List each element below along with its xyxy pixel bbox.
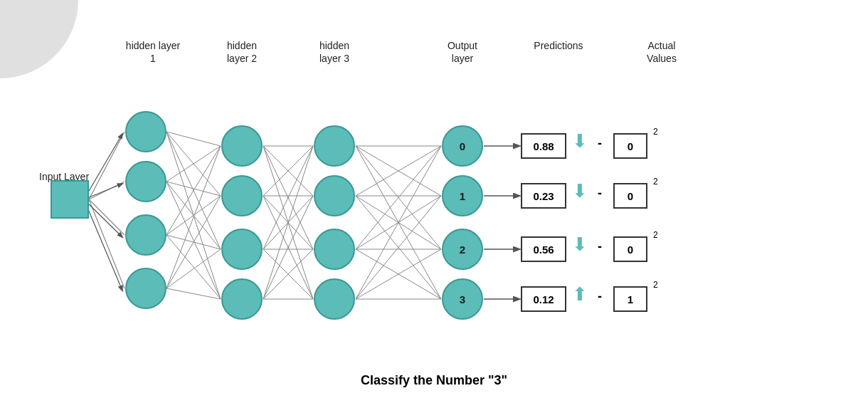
pred-box-2: 0.56 (521, 236, 566, 262)
dash-3: - (598, 289, 602, 304)
hl1-node-3 (125, 268, 166, 309)
svg-line-8 (166, 146, 221, 182)
dash-1: - (598, 186, 602, 201)
network-area: Input Layer hidden layer1 hiddenlayer 2 … (0, 0, 868, 370)
pred-box-3: 0.12 (521, 286, 566, 312)
superscript-2-el: 2 (653, 230, 658, 240)
hl2-node-1 (221, 175, 263, 216)
superscript-0: 2 (653, 127, 658, 137)
hl2-node-2 (221, 229, 263, 270)
main-container: Input Layer hidden layer1 hiddenlayer 2 … (0, 0, 868, 413)
hl3-node-3 (314, 278, 355, 320)
pred-box-1: 0.23 (521, 183, 566, 209)
svg-line-13 (166, 196, 221, 235)
output-node-0: 0 (442, 125, 483, 167)
svg-line-59 (84, 184, 122, 199)
svg-line-60 (84, 199, 122, 237)
output-node-3: 3 (442, 278, 483, 320)
svg-line-18 (166, 249, 221, 288)
svg-line-0 (89, 132, 125, 199)
arrow-down-0: ⬇ (572, 130, 588, 152)
actual-box-1: 0 (613, 183, 647, 209)
arrow-down-1: ⬇ (572, 180, 588, 202)
svg-line-3 (89, 199, 125, 288)
hl3-node-2 (314, 229, 355, 270)
superscript-3: 2 (653, 280, 658, 290)
svg-line-58 (84, 134, 122, 199)
actual-box-0: 0 (613, 133, 647, 159)
svg-line-4 (166, 132, 221, 146)
hl1-node-2 (125, 214, 166, 256)
output-node-1: 1 (442, 175, 483, 216)
caption: Classify the Number "3" (361, 373, 507, 388)
superscript-1: 2 (653, 177, 658, 187)
svg-line-2 (89, 199, 125, 235)
svg-line-12 (166, 146, 221, 235)
arrow-up-3: ⬆ (572, 283, 588, 305)
hl3-node-1 (314, 175, 355, 216)
hl3-node-0 (314, 125, 355, 167)
input-node (51, 180, 89, 219)
hl1-node-0 (125, 111, 166, 152)
svg-line-11 (166, 182, 221, 299)
actual-box-3: 1 (613, 286, 647, 312)
svg-line-9 (166, 182, 221, 196)
dash-2: - (598, 239, 602, 254)
pred-box-0: 0.88 (521, 133, 566, 159)
actual-box-2: 0 (613, 236, 647, 262)
output-node-2: 2 (442, 229, 483, 270)
hl2-node-0 (221, 125, 263, 167)
hl2-node-3 (221, 278, 263, 320)
dash-0: - (598, 136, 602, 151)
arrow-down-2: ⬇ (572, 234, 588, 256)
hl1-node-1 (125, 161, 166, 202)
